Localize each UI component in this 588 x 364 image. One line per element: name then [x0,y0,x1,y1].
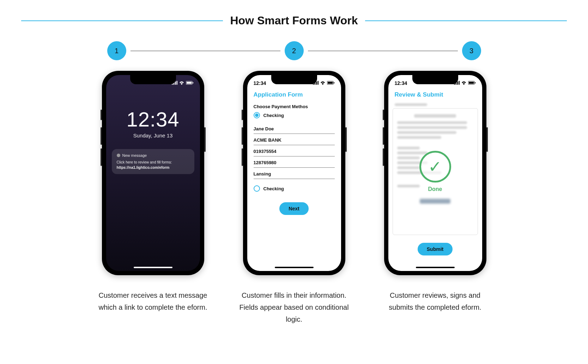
blur-line [397,156,420,159]
review-title: Review & Submit [388,86,482,101]
form-body: Choose Payment Methos Checking Checking [247,104,341,215]
home-indicator [275,267,314,268]
blur-line [397,131,456,134]
bank-field[interactable] [254,134,335,145]
radio-icon [254,112,260,118]
form-title: Application Form [247,86,341,101]
phone-frame-2: 12:34 Application Form Choose Payment Me… [243,71,345,275]
wifi-icon [320,80,326,86]
caption-2: Customer fills in their information. Fie… [238,289,351,325]
notification-link: https://na1.lightico.com/eform [117,165,189,170]
battery-icon [468,80,476,86]
next-button-wrap: Next [254,202,335,215]
home-indicator [416,267,455,268]
phone-col-1: 12:34 Sunday, June 13 New message Click … [97,71,210,275]
caption-3: Customer reviews, signs and submits the … [379,289,492,325]
steps-row: 1 2 3 [107,41,481,60]
signature-blur [420,199,450,204]
svg-rect-10 [317,81,319,85]
side-button [101,110,102,120]
radio-label: Checking [263,113,284,118]
name-field[interactable] [254,123,335,134]
svg-rect-5 [186,82,192,84]
wifi-icon [179,80,184,86]
account-field[interactable] [254,156,335,168]
blur-heading [395,103,427,106]
radio-checking-1[interactable]: Checking [254,112,335,118]
phone-frame-3: 12:34 Review & Submit [384,71,486,275]
side-button [242,110,243,120]
side-button [101,127,102,145]
blur-line [397,136,441,139]
blur-line [397,161,428,164]
step-connector-1 [131,51,280,51]
blur-line [397,185,420,187]
submit-button-wrap: Submit [388,243,482,255]
svg-rect-16 [457,81,458,85]
phone-frame-1: 12:34 Sunday, June 13 New message Click … [102,71,204,275]
svg-rect-20 [475,82,475,84]
svg-rect-2 [175,81,176,85]
blur-line [397,152,428,154]
lock-time-block: 12:34 Sunday, June 13 [106,107,200,138]
side-button [486,127,488,152]
step-circle-1: 1 [107,41,126,60]
review-screen: 12:34 Review & Submit [388,75,482,271]
home-indicator [134,267,172,268]
side-button [242,148,243,166]
svg-rect-13 [334,82,334,84]
phone-notch [271,75,317,84]
caption-1: Customer receives a text message which a… [97,289,210,325]
status-time: 12:34 [254,80,266,86]
captions-row: Customer receives a text message which a… [21,289,567,325]
routing-field[interactable] [254,145,335,156]
phone-col-2: 12:34 Application Form Choose Payment Me… [238,71,351,275]
radio-label: Checking [263,186,284,191]
notification-card[interactable]: New message Click here to review and fil… [112,149,194,174]
notification-body: Click here to review and fill forms: htt… [117,160,189,170]
blur-line [397,121,467,124]
notification-header: New message [117,153,189,158]
blur-line [397,166,420,169]
lock-date: Sunday, June 13 [106,132,200,138]
next-button[interactable]: Next [279,202,308,215]
title-row: How Smart Forms Work [21,14,567,27]
wifi-icon [461,80,467,86]
blur-line [397,147,420,149]
page-title: How Smart Forms Work [230,14,358,27]
step-circle-2: 2 [285,41,304,60]
title-line-right [365,20,567,21]
svg-rect-3 [176,81,177,85]
side-button [383,110,384,120]
side-button [101,148,102,166]
step-circle-3: 3 [462,41,481,60]
city-field[interactable] [254,168,335,179]
radio-icon [254,185,260,192]
radio-checking-2[interactable]: Checking [254,185,335,192]
lock-screen: 12:34 Sunday, June 13 New message Click … [106,75,200,271]
notification-app-icon [117,154,120,157]
step-connector-2 [308,51,458,51]
submit-button[interactable]: Submit [418,243,453,255]
phone-notch [412,75,458,84]
review-document: ✓ Done [393,108,478,235]
side-button [383,148,384,166]
phones-row: 12:34 Sunday, June 13 New message Click … [21,71,567,275]
title-line-left [21,20,223,21]
svg-rect-19 [468,82,474,84]
blur-line [397,126,467,129]
phone-notch [130,75,176,84]
lock-time: 12:34 [106,107,200,131]
battery-icon [327,80,335,86]
notification-title: New message [122,153,147,158]
svg-rect-17 [459,81,460,85]
payment-method-label: Choose Payment Methos [254,104,335,109]
status-time: 12:34 [395,80,407,86]
notification-text: Click here to review and fill forms: [117,160,189,165]
form-screen: 12:34 Application Form Choose Payment Me… [247,75,341,271]
svg-rect-12 [327,82,333,84]
blur-line [414,114,456,118]
blur-line [397,171,441,174]
battery-icon [186,80,194,86]
side-button [204,127,206,152]
